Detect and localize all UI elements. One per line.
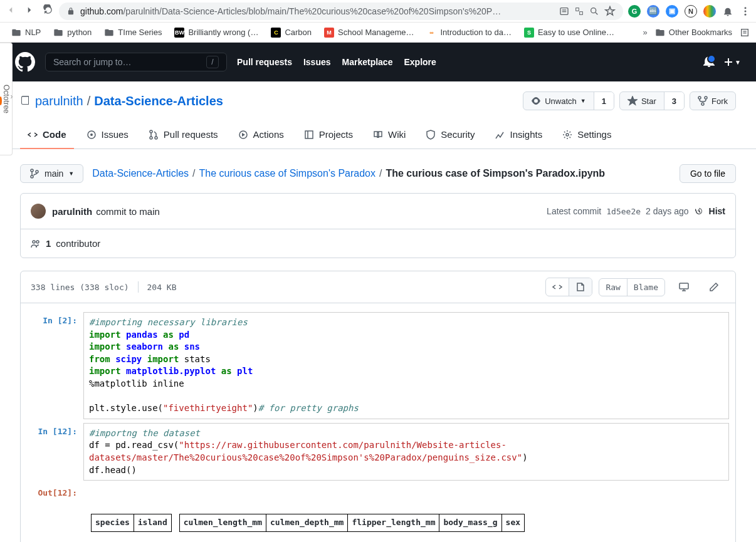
star-icon[interactable] (604, 6, 616, 17)
branch-selector[interactable]: main ▼ (20, 164, 83, 183)
breadcrumb-current: The curious case of Simpson's Paradox.ip… (386, 168, 605, 179)
tab-security[interactable]: Security (418, 123, 482, 149)
svg-point-21 (566, 133, 569, 136)
repo-owner-link[interactable]: parulnith (35, 94, 83, 108)
chevron-right-icon: › (11, 92, 13, 101)
file-lines: 338 lines (338 sloc) (31, 283, 129, 292)
latest-commit-label: Latest commit (547, 206, 601, 216)
repo-header: parulnith / Data-Science-Articles Unwatc… (0, 81, 756, 110)
raw-blame-group: Raw Blame (599, 278, 665, 296)
url-bar[interactable]: github.com/parulnith/Data-Science-Articl… (59, 3, 623, 20)
commit-time: 2 days ago (646, 206, 689, 216)
search-input[interactable]: Search or jump to… / (45, 53, 227, 71)
browser-nav (5, 4, 54, 18)
star-button[interactable]: Star 3 (619, 91, 685, 110)
repo-name-link[interactable]: Data-Science-Articles (94, 94, 223, 108)
avatar[interactable] (31, 204, 46, 219)
add-dropdown[interactable]: ▼ (723, 57, 741, 67)
bookmark-item[interactable]: SEasy to use Online… (519, 25, 619, 40)
tab-insights[interactable]: Insights (487, 123, 550, 149)
notebook-content: In [2]: #importing necessary libraries i… (21, 303, 735, 542)
dataframe-table: species island culmen_length_mm culmen_d… (83, 514, 525, 531)
commit-author[interactable]: parulnith (52, 206, 92, 217)
history-icon[interactable] (694, 206, 704, 216)
svg-rect-19 (305, 131, 313, 138)
repo-tabs: Code Issues Pull requests Actions Projec… (0, 123, 756, 149)
translate-icon[interactable] (574, 6, 584, 16)
svg-rect-27 (680, 283, 688, 289)
zoom-icon[interactable] (589, 6, 599, 16)
svg-point-8 (745, 10, 747, 12)
desktop-button[interactable] (673, 278, 695, 296)
bookmark-item[interactable]: MSchool Manageme… (319, 25, 419, 40)
caret-down-icon: ▼ (68, 170, 74, 177)
browser-toolbar: github.com/parulnith/Data-Science-Articl… (0, 0, 756, 23)
nav-explore[interactable]: Explore (404, 57, 436, 67)
ext-grammarly-icon[interactable]: G (628, 5, 641, 18)
notifications-icon[interactable] (722, 6, 733, 17)
extension-icons: G 🔤 ▣ N (628, 5, 751, 18)
reload-button[interactable] (43, 4, 54, 18)
reading-list-icon[interactable] (740, 28, 750, 38)
nav-pulls[interactable]: Pull requests (237, 57, 292, 67)
github-logo-icon[interactable] (15, 52, 35, 72)
forward-button[interactable] (24, 4, 35, 18)
bookmark-item[interactable]: ∞Introduction to da… (421, 25, 516, 40)
ext-multicolor-icon[interactable] (703, 5, 716, 18)
rendered-view-button[interactable] (569, 278, 592, 296)
svg-point-7 (745, 7, 747, 9)
bookmark-item[interactable]: TIme Series (99, 25, 167, 40)
tab-issues[interactable]: Issues (79, 123, 136, 149)
bookmark-item[interactable]: NLP (6, 25, 46, 40)
octotree-logo-icon (0, 96, 2, 105)
more-icon[interactable] (740, 6, 751, 17)
bookmark-item[interactable]: CCarbon (266, 25, 317, 40)
nav-marketplace[interactable]: Marketplace (342, 57, 393, 67)
svg-point-25 (33, 241, 35, 243)
watch-button[interactable]: Unwatch▼ 1 (523, 91, 614, 110)
commit-message[interactable]: commit to main (96, 206, 160, 217)
ext-notion-icon[interactable]: N (685, 5, 697, 18)
other-bookmarks[interactable]: Other Bookmarks (650, 25, 737, 40)
tab-actions[interactable]: Actions (231, 123, 291, 149)
breadcrumb-root[interactable]: Data-Science-Articles (92, 168, 189, 179)
edit-button[interactable] (703, 278, 725, 296)
octotree-sidebar[interactable]: › Octotree (0, 43, 13, 155)
tab-pulls[interactable]: Pull requests (141, 123, 226, 149)
file-box: 338 lines (338 sloc) 204 KB Raw Blame In… (20, 271, 736, 542)
tab-projects[interactable]: Projects (297, 123, 360, 149)
history-link[interactable]: Hist (709, 206, 725, 216)
cell-prompt: In [2]: (27, 312, 83, 419)
back-button[interactable] (5, 4, 16, 18)
output-cell: species island culmen_length_mm culmen_d… (83, 484, 729, 542)
repo-icon (20, 96, 30, 106)
tab-wiki[interactable]: Wiki (365, 123, 413, 149)
repo-slash: / (87, 94, 91, 108)
ext-zoom-icon[interactable]: ▣ (666, 5, 678, 18)
blame-button[interactable]: Blame (627, 279, 664, 296)
octotree-label: Octotree (2, 85, 11, 113)
goto-file-button[interactable]: Go to file (680, 164, 736, 183)
view-mode-group (545, 278, 592, 296)
nav-issues[interactable]: Issues (303, 57, 331, 67)
tab-code[interactable]: Code (20, 123, 74, 149)
source-view-button[interactable] (546, 278, 569, 296)
svg-point-22 (31, 169, 33, 172)
svg-line-6 (596, 13, 597, 14)
bookmark-item[interactable]: python (48, 25, 97, 40)
bookmark-item[interactable]: BWBrilliantly wrong (… (169, 25, 263, 40)
breadcrumb-folder[interactable]: The curious case of Simpson's Paradox (199, 168, 375, 179)
raw-button[interactable]: Raw (599, 279, 627, 296)
tab-settings[interactable]: Settings (555, 123, 619, 149)
commit-sha[interactable]: 1d5ee2e (606, 207, 641, 216)
file-size: 204 KB (147, 283, 177, 292)
file-view: main ▼ Data-Science-Articles / The curio… (0, 149, 756, 542)
notifications-button[interactable] (703, 56, 715, 69)
svg-point-16 (150, 137, 152, 139)
bookmarks-overflow[interactable]: » (643, 28, 648, 37)
url-text: github.com/parulnith/Data-Science-Articl… (80, 6, 554, 16)
fork-button[interactable]: Fork (690, 91, 736, 110)
svg-rect-4 (580, 11, 583, 14)
ext-translate-icon[interactable]: 🔤 (647, 5, 659, 18)
reader-icon[interactable] (559, 6, 569, 16)
